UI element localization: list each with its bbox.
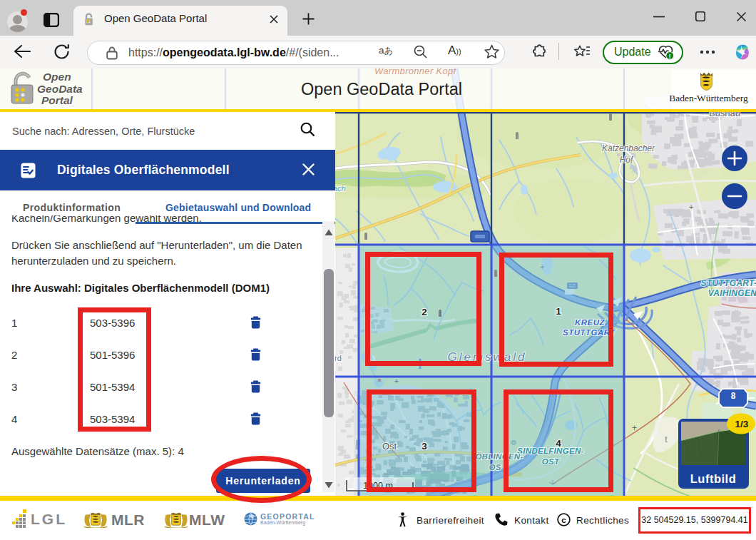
svg-text:STUTTGART-: STUTTGART- <box>701 278 756 288</box>
svg-text:rd: rd <box>334 354 342 362</box>
svg-text:1: 1 <box>556 306 561 317</box>
svg-text:Hof: Hof <box>620 155 634 165</box>
svg-text:3: 3 <box>422 441 427 452</box>
svg-text:STUTTGART: STUTTGART <box>563 328 615 337</box>
svg-text:Katzenbacher: Katzenbacher <box>602 143 655 153</box>
svg-text:+: + <box>632 423 637 433</box>
svg-text:c: c <box>561 516 566 524</box>
svg-text:4: 4 <box>556 438 561 449</box>
svg-text:KREUZ: KREUZ <box>575 318 606 327</box>
svg-text:+: + <box>394 377 399 385</box>
svg-text:ÖBLINGEN-: ÖBLINGEN- <box>475 452 523 461</box>
svg-text:VAIHINGEN: VAIHINGEN <box>708 288 756 298</box>
svg-text:8: 8 <box>731 391 736 401</box>
svg-text:Ost: Ost <box>382 441 397 452</box>
svg-text:2: 2 <box>422 307 427 317</box>
svg-text:OS: OS <box>489 463 501 472</box>
svg-text:SINDELFINGEN-: SINDELFINGEN- <box>517 447 583 455</box>
svg-text:!: ! <box>669 52 671 60</box>
svg-text:OST: OST <box>542 457 560 466</box>
svg-text:Luftbild: Luftbild <box>690 472 736 485</box>
svg-text:1/3: 1/3 <box>735 419 749 429</box>
svg-text:+: + <box>689 203 693 211</box>
